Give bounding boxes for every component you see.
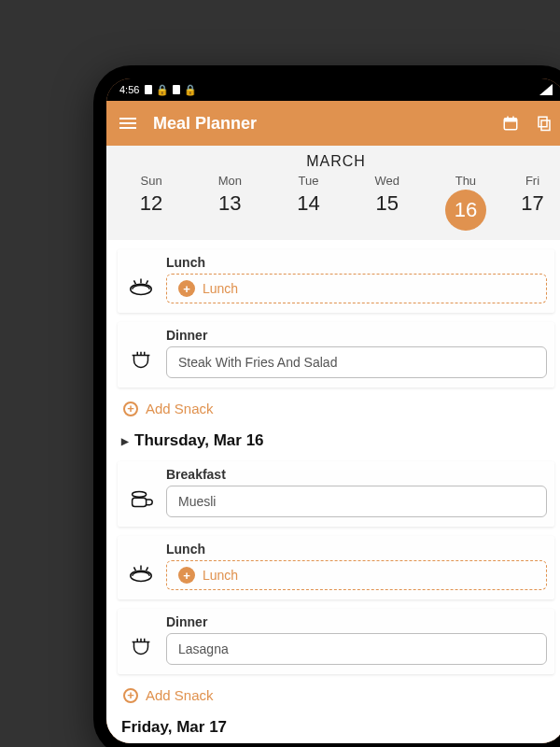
meal-card-dinner: Dinner Steak With Fries And Salad [118,322,554,388]
hamburger-icon[interactable] [119,118,136,129]
svg-point-8 [133,492,147,498]
lunch-placeholder-text: Lunch [203,281,238,296]
meal-list[interactable]: Lunch + Lunch [106,240,560,743]
plus-icon: + [178,280,195,297]
lunch-icon [125,557,157,588]
app-header: Meal Planner [106,101,560,146]
month-label: MARCH [106,153,560,170]
add-lunch-button-thu[interactable]: + Lunch [166,560,547,590]
caret-right-icon: ▶ [121,436,129,446]
tablet-frame: 4:56 🔒 🔒 Meal Planner [93,65,560,747]
add-snack-label: Add Snack [146,401,214,416]
day-wed[interactable]: Wed 15 [348,174,427,231]
lunch-icon [125,270,157,302]
meal-label-lunch: Lunch [166,255,547,270]
day-tue[interactable]: Tue 14 [269,174,347,231]
add-snack-button[interactable]: + Add Snack [106,397,560,430]
svg-rect-2 [507,117,509,120]
meal-label-dinner: Dinner [166,328,547,343]
dinner-value[interactable]: Steak With Fries And Salad [166,346,547,378]
meal-card-lunch: Lunch + Lunch [118,249,554,313]
copy-icon[interactable] [536,115,553,132]
lock-icon-2: 🔒 [184,84,197,96]
meal-label-lunch: Lunch [166,542,547,557]
lunch-placeholder-text: Lunch [203,568,238,583]
meal-card-dinner-thu: Dinner Lasagna [118,609,554,674]
dinner-icon [125,345,157,376]
calendar-icon[interactable] [502,115,519,132]
meal-card-lunch-thu: Lunch + Lunch [118,536,554,599]
dinner-icon [125,631,157,663]
day-sun[interactable]: Sun 12 [112,174,190,231]
svg-rect-1 [504,119,517,122]
app-title: Meal Planner [153,114,485,134]
clock: 4:56 [119,84,139,95]
meal-card-breakfast-thu: Breakfast Muesli [118,461,554,527]
status-bar: 4:56 🔒 🔒 [106,78,560,101]
battery-icon-2 [173,85,180,94]
signal-icon [539,84,553,95]
day-thu[interactable]: Thu 16 [427,174,505,231]
day-header-thursday[interactable]: ▶ Thursday, Mar 16 [106,430,560,458]
plus-icon: + [123,688,138,703]
day-header-friday[interactable]: Friday, Mar 17 [106,716,560,743]
meal-label-dinner: Dinner [166,614,547,629]
day-mon[interactable]: Mon 13 [190,174,269,231]
meal-label-breakfast: Breakfast [166,467,547,482]
add-snack-button-thu[interactable]: + Add Snack [106,684,560,716]
svg-rect-3 [512,117,514,120]
battery-icon [145,85,152,94]
add-lunch-button[interactable]: + Lunch [166,274,547,303]
status-icons-left: 🔒 🔒 [145,84,197,96]
lock-icon: 🔒 [156,84,169,96]
svg-rect-5 [539,117,547,127]
plus-icon: + [123,402,138,416]
breakfast-icon [125,484,157,515]
tablet-screen: 4:56 🔒 🔒 Meal Planner [106,78,560,743]
add-snack-label: Add Snack [146,687,214,703]
dinner-value-thu[interactable]: Lasagna [166,633,547,665]
calendar-strip: MARCH Sun 12 Mon 13 Tue 14 Wed 15 [106,146,560,240]
plus-icon: + [178,567,195,584]
breakfast-value[interactable]: Muesli [166,486,547,517]
days-row: Sun 12 Mon 13 Tue 14 Wed 15 Thu 16 [106,170,560,231]
day-fri[interactable]: Fri 17 [505,174,560,231]
day-title-friday: Friday, Mar 17 [121,718,227,737]
svg-rect-4 [541,120,550,131]
day-title: Thursday, Mar 16 [134,431,264,450]
svg-rect-7 [133,498,147,506]
